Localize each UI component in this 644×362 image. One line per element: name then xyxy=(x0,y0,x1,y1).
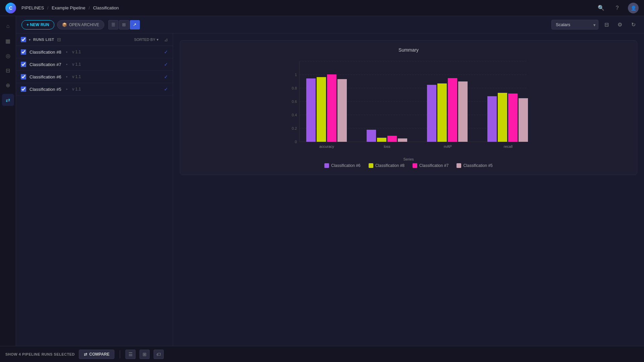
svg-text:0.8: 0.8 xyxy=(292,86,297,90)
svg-text:0.4: 0.4 xyxy=(292,113,297,117)
view-grid-button[interactable]: ⊞ xyxy=(119,20,129,29)
open-archive-label: OPEN ARCHIVE xyxy=(69,22,99,27)
svg-rect-29 xyxy=(487,96,497,142)
expand-arrow-icon[interactable]: ▾ xyxy=(29,38,31,42)
legend-series-label: Series xyxy=(187,157,630,161)
run-name-8: Classification #8 xyxy=(30,50,61,55)
settings-icon-button[interactable]: ⚙ xyxy=(614,19,625,30)
run-checkbox-7[interactable] xyxy=(21,62,26,67)
chart-area: 0 0.2 0.4 0.6 0.8 1 xyxy=(187,58,630,152)
svg-rect-25 xyxy=(437,83,447,142)
legend-item-6: Classification #6 xyxy=(324,163,360,168)
svg-rect-30 xyxy=(498,93,507,142)
legend-label-8: Classification #8 xyxy=(375,163,405,168)
help-button[interactable]: ? xyxy=(612,3,623,13)
svg-rect-14 xyxy=(306,78,316,142)
main-panel: ▾ RUNS LIST ⊟ SORTED BY ▾ ⊿ Classificati… xyxy=(16,34,644,346)
main-layout: ⌂ ▦ ◎ ⊟ ⊕ ⇄ + NEW RUN 📦 OPEN ARCHIVE ☰ ⊞… xyxy=(0,16,644,346)
legend-item-7: Classification #7 xyxy=(413,163,448,168)
view-buttons: ☰ ⊞ ↗ xyxy=(108,20,140,29)
sidebar-icon-pipelines[interactable]: ▦ xyxy=(2,35,14,47)
svg-rect-31 xyxy=(508,94,518,142)
archive-icon: 📦 xyxy=(62,22,67,27)
open-archive-button[interactable]: 📦 OPEN ARCHIVE xyxy=(57,20,104,29)
bottom-list-view-button[interactable]: ☰ xyxy=(125,350,136,359)
legend-color-6 xyxy=(324,163,329,168)
chart-legend: Classification #6 Classification #8 Clas… xyxy=(187,163,630,168)
run-item-5[interactable]: Classification #5 • v 1.1 ✓ xyxy=(16,83,173,96)
chart-svg: 0 0.2 0.4 0.6 0.8 1 xyxy=(187,58,630,152)
sidebar-icon-home[interactable]: ⌂ xyxy=(2,20,14,32)
run-version-7: v 1.1 xyxy=(72,62,81,67)
legend-label-5: Classification #5 xyxy=(463,163,492,168)
sidebar-icons: ⌂ ▦ ◎ ⊟ ⊕ ⇄ xyxy=(0,16,16,346)
run-item-7[interactable]: Classification #7 • v 1.1 ✓ xyxy=(16,58,173,71)
run-version-8: v 1.1 xyxy=(72,50,81,54)
svg-rect-27 xyxy=(458,81,468,142)
run-check-8: ✓ xyxy=(164,49,168,55)
run-check-6: ✓ xyxy=(164,74,168,79)
svg-rect-32 xyxy=(519,98,528,142)
compare-icon: ⇄ xyxy=(84,352,87,357)
run-version-6: v 1.1 xyxy=(72,74,81,79)
run-item-8[interactable]: Classification #8 • v 1.1 ✓ xyxy=(16,46,173,58)
sidebar-icon-plugins[interactable]: ⊕ xyxy=(2,79,14,91)
avatar[interactable]: 👤 xyxy=(628,3,639,13)
toolbar: + NEW RUN 📦 OPEN ARCHIVE ☰ ⊞ ↗ Scalars ⊟… xyxy=(16,16,644,34)
chart-title: Summary xyxy=(187,47,630,53)
sidebar-icon-runs[interactable]: ◎ xyxy=(2,50,14,62)
sidebar-icon-compare[interactable]: ⇄ xyxy=(2,94,14,106)
sorted-by-label: SORTED BY xyxy=(134,38,155,42)
runs-header: ▾ RUNS LIST ⊟ SORTED BY ▾ ⊿ xyxy=(16,34,173,46)
chart-container: Summary xyxy=(180,40,637,175)
run-checkbox-6[interactable] xyxy=(21,74,26,79)
runs-config-icon[interactable]: ⊟ xyxy=(57,37,61,42)
view-chart-button[interactable]: ↗ xyxy=(130,20,140,29)
run-item-6[interactable]: Classification #6 • v 1.1 ✓ xyxy=(16,71,173,83)
sorted-by-control[interactable]: SORTED BY ▾ xyxy=(134,38,159,42)
filter-icon[interactable]: ⊿ xyxy=(164,37,168,42)
runs-panel: ▾ RUNS LIST ⊟ SORTED BY ▾ ⊿ Classificati… xyxy=(16,34,173,346)
tune-icon-button[interactable]: ⊟ xyxy=(601,19,612,30)
scalars-select[interactable]: Scalars xyxy=(551,20,598,29)
bottom-grid-view-button[interactable]: ⊞ xyxy=(140,350,150,359)
top-bar: C PIPELINES / Example Pipeline / Classif… xyxy=(0,0,644,16)
run-name-5: Classification #5 xyxy=(30,87,61,92)
run-checkbox-5[interactable] xyxy=(21,86,26,92)
sidebar-icon-layers[interactable]: ⊟ xyxy=(2,64,14,76)
svg-rect-22 xyxy=(398,138,407,142)
svg-text:0.2: 0.2 xyxy=(292,126,297,130)
svg-rect-24 xyxy=(427,85,436,142)
run-check-5: ✓ xyxy=(164,86,168,92)
runs-all-checkbox[interactable] xyxy=(21,37,26,42)
svg-text:0.6: 0.6 xyxy=(292,100,297,104)
runs-list-label: RUNS LIST xyxy=(33,38,54,42)
legend-label-6: Classification #6 xyxy=(331,163,360,168)
svg-text:0: 0 xyxy=(295,140,297,144)
bottom-bar: SHOW 4 PIPELINE RUNS SELECTED ⇄ COMPARE … xyxy=(0,346,644,362)
divider xyxy=(120,350,120,358)
compare-label: COMPARE xyxy=(89,352,109,357)
refresh-icon-button[interactable]: ↻ xyxy=(628,19,639,30)
search-button[interactable]: 🔍 xyxy=(596,3,606,13)
content-area: + NEW RUN 📦 OPEN ARCHIVE ☰ ⊞ ↗ Scalars ⊟… xyxy=(16,16,644,346)
svg-text:loss: loss xyxy=(384,144,390,148)
selected-label: SHOW 4 PIPELINE RUNS SELECTED xyxy=(5,352,75,356)
svg-rect-16 xyxy=(327,74,336,142)
new-run-button[interactable]: + NEW RUN xyxy=(21,20,54,29)
legend-color-8 xyxy=(369,163,373,168)
breadcrumb: PIPELINES / Example Pipeline / Classific… xyxy=(21,5,119,10)
run-name-6: Classification #6 xyxy=(30,74,61,79)
svg-rect-21 xyxy=(387,136,397,142)
svg-rect-26 xyxy=(448,78,457,142)
view-list-button[interactable]: ☰ xyxy=(108,20,118,29)
run-version-5: v 1.1 xyxy=(72,87,81,92)
run-check-7: ✓ xyxy=(164,62,168,67)
bottom-tag-button[interactable]: 🏷 xyxy=(154,350,164,359)
run-checkbox-8[interactable] xyxy=(21,49,26,55)
toolbar-right: Scalars ⊟ ⚙ ↻ xyxy=(551,19,639,30)
svg-text:mAP: mAP xyxy=(444,144,452,148)
scalars-select-wrapper: Scalars xyxy=(551,20,598,29)
compare-button[interactable]: ⇄ COMPARE xyxy=(79,350,114,359)
sorted-by-chevron-icon: ▾ xyxy=(157,38,159,42)
